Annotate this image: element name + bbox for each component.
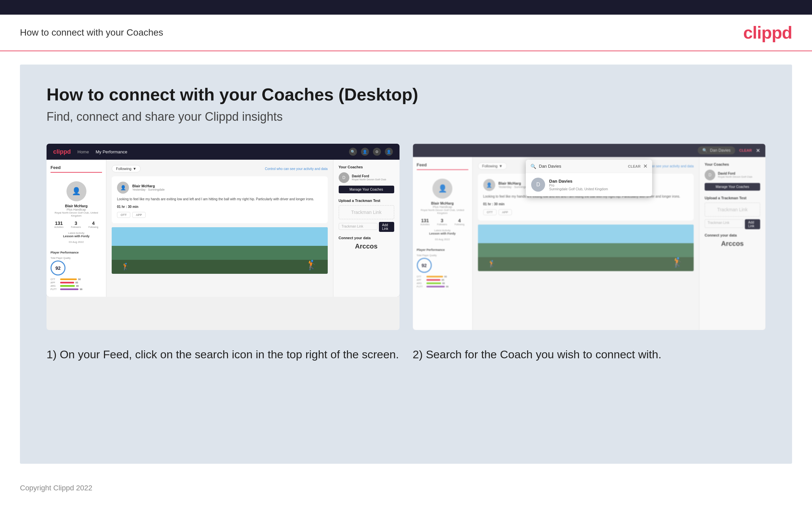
right-feed-label: Feed <box>417 162 468 170</box>
search-bar-nav: 🔍 Dan Davies <box>698 146 735 154</box>
trackman-input[interactable]: Trackman Link <box>339 223 378 230</box>
right-connect-title: Connect your data <box>705 233 760 237</box>
step2-description: 2) Search for the Coach you wish to conn… <box>413 347 766 363</box>
right-coach-info: David Ford Royal North Devon Golf Club <box>718 172 752 178</box>
step1-description: 1) On your Feed, click on the search ico… <box>47 347 399 363</box>
manage-coaches-btn[interactable]: Manage Your Coaches <box>339 186 394 193</box>
steps-row: 1) On your Feed, click on the search ico… <box>47 347 765 363</box>
post-meta: Yesterday · Sunningdale <box>132 188 164 191</box>
following-bar: Following ▼ Control who can see your act… <box>112 165 328 172</box>
search-result[interactable]: D Dan Davies Pro Sunningdale Golf Club, … <box>526 173 652 196</box>
app-bar-row: APP 85 <box>51 282 102 284</box>
golf-figure-1: 🏌️ <box>306 259 318 270</box>
right-trackman-input[interactable]: Trackman Link <box>705 219 744 228</box>
post-header: 👤 Blair McHarg Yesterday · Sunningdale <box>117 182 322 194</box>
control-link[interactable]: Control who can see your activity and da… <box>265 167 327 171</box>
search-overlay-icon: 🔍 <box>530 164 536 169</box>
search-overlay-close[interactable]: ✕ <box>643 163 648 169</box>
result-role: Pro <box>549 184 608 187</box>
right-trackman-row: Trackman Link Add Link <box>705 219 760 229</box>
right-club: Royal North Devon Golf Club, United King… <box>417 209 468 215</box>
right-post-btns: OTT APP <box>483 209 689 215</box>
result-club: Sunningdale Golf Club, United Kingdom <box>549 187 608 191</box>
ott-label: OTT <box>51 278 59 281</box>
latest-activity-title: Lesson with Fordy <box>51 235 102 238</box>
screenshots-row: clippd Home My Performance 🔍 👤 ⚙ 👤 Feed <box>47 144 765 330</box>
right-score: 92 <box>417 258 432 273</box>
profile-name: Blair McHarg <box>51 204 102 208</box>
mock-nav-left: clippd Home My Performance 🔍 👤 ⚙ 👤 <box>47 144 399 160</box>
right-date: 03 Aug 2022 <box>417 238 468 241</box>
nav-icons: 🔍 👤 ⚙ 👤 <box>349 148 393 156</box>
mock-body-left: Feed 👤 Blair McHarg Plus Handicap Royal … <box>47 160 399 297</box>
ott-val: 90 <box>78 278 81 281</box>
result-info: Dan Davies Pro Sunningdale Golf Club, Un… <box>549 179 608 191</box>
search-overlay-clear[interactable]: CLEAR <box>628 164 640 168</box>
right-following-btn[interactable]: Following ▼ <box>478 162 507 170</box>
arg-label: ARG <box>51 285 59 287</box>
trackman-input-row: Trackman Link Add Link <box>339 222 394 232</box>
close-icon-nav[interactable]: ✕ <box>756 147 760 154</box>
app-btn[interactable]: APP <box>132 212 146 218</box>
post-author-info: Blair McHarg Yesterday · Sunningdale <box>132 184 164 191</box>
search-overlay-input[interactable]: Dan Davies <box>539 164 625 169</box>
nav-my-performance: My Performance <box>96 150 127 154</box>
r-app: APP 85 <box>417 279 468 281</box>
right-stat-act: 131 Activities <box>421 218 430 225</box>
r-putt-bar <box>426 286 445 288</box>
right-avatar: 👤 <box>432 179 452 199</box>
perf-title: Player Performance <box>51 251 102 254</box>
screenshot-panel-left: clippd Home My Performance 🔍 👤 ⚙ 👤 Feed <box>47 144 399 330</box>
trackman-placeholder: Trackman Link <box>339 205 394 219</box>
search-icon-nav: 🔍 <box>702 148 707 153</box>
golf-figure-2: 🏌️ <box>122 262 130 270</box>
clippd-logo: clippd <box>743 23 792 43</box>
golf-image: 🏌️ 🏌️ <box>112 227 328 274</box>
right-ott-btn[interactable]: OTT <box>483 209 496 215</box>
stat-followers: 3 Followers <box>71 220 81 228</box>
right-sidebar: Feed 👤 Blair McHarg Plus Handicap Royal … <box>413 157 473 330</box>
mock-feed: Following ▼ Control who can see your act… <box>106 160 333 297</box>
right-hcp: Plus Handicap <box>417 205 468 209</box>
mock-logo: clippd <box>53 149 71 155</box>
off-btn[interactable]: OTT <box>117 212 130 218</box>
right-profile-name: Blair McHarg <box>417 201 468 205</box>
connect-title: Connect your data <box>339 236 394 240</box>
search-icon[interactable]: 🔍 <box>349 148 357 156</box>
right-perf-title: Player Performance <box>417 248 468 252</box>
right-coaches-title: Your Coaches <box>705 162 760 166</box>
r-ott: OTT 90 <box>417 276 468 278</box>
right-add-btn[interactable]: Add Link <box>745 219 760 229</box>
right-manage-btn[interactable]: Manage Your Coaches <box>705 183 760 190</box>
following-btn[interactable]: Following ▼ <box>112 165 141 172</box>
coach-info: David Ford Royal North Devon Golf Club <box>352 174 386 181</box>
header: How to connect with your Coaches clippd <box>0 15 812 51</box>
add-link-btn[interactable]: Add Link <box>379 222 394 232</box>
right-bars: OTT 90 APP 85 <box>417 276 468 288</box>
r-arg-bar <box>426 283 441 284</box>
main-subheading: Find, connect and share your Clippd insi… <box>47 110 765 124</box>
activity-date: 03 Aug 2022 <box>51 241 102 244</box>
post-body: Looking to feel like my hands are exitin… <box>117 197 322 202</box>
right-la-label: Latest Activity <box>417 229 468 232</box>
right-arccos: Arccos <box>705 240 760 248</box>
profile-stats: 131 Activities 3 Followers 4 Following <box>51 220 102 228</box>
search-text: Dan Davies <box>710 148 730 153</box>
user-icon: 👤 <box>361 148 369 156</box>
clear-label[interactable]: CLEAR <box>739 149 752 153</box>
result-avatar: D <box>531 178 545 192</box>
screenshot-panel-right: 🔍 Dan Davies CLEAR ✕ Feed 👤 Blair McHarg <box>413 144 766 330</box>
ott-bar <box>60 279 77 280</box>
coach-club: Royal North Devon Golf Club <box>352 178 386 181</box>
right-trackman: Trackman Link <box>705 203 760 217</box>
avatar-icon: 👤 <box>385 148 393 156</box>
settings-icon: ⚙ <box>373 148 381 156</box>
right-golf-fig1: 🏌️ <box>672 257 684 268</box>
right-app-btn[interactable]: APP <box>498 209 512 215</box>
r-ott-bar <box>426 276 443 278</box>
upload-title: Upload a Trackman Test <box>339 199 394 203</box>
quality-score: 92 <box>51 260 65 276</box>
right-tq: Total Player Quality <box>417 254 468 256</box>
arg-bar <box>60 285 75 287</box>
app-val: 85 <box>76 282 78 284</box>
